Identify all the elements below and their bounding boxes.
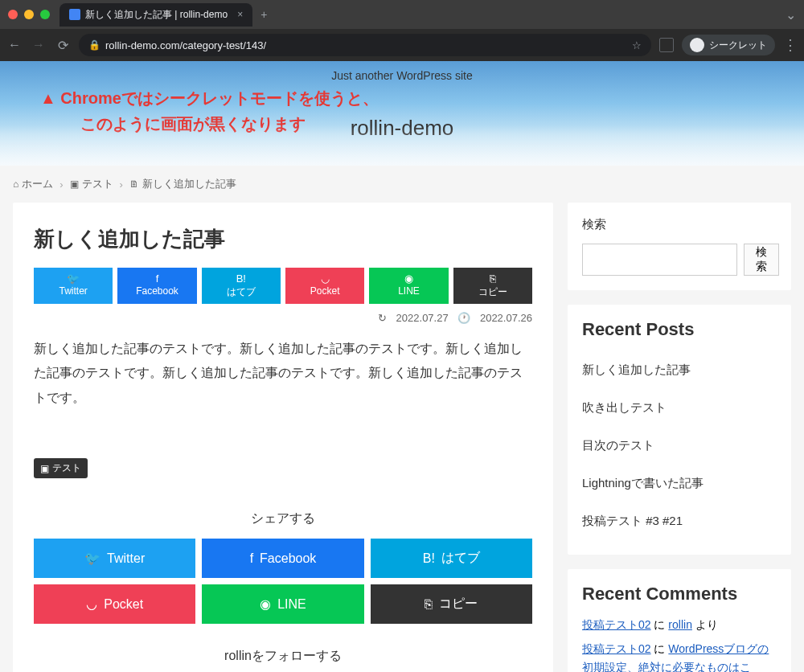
hatebu-icon: B! (236, 272, 246, 285)
breadcrumb-category[interactable]: ▣テスト (70, 177, 113, 191)
search-widget: 検索 検索 (568, 203, 791, 290)
article-body: 新しく追加した記事のテストです。新しく追加した記事のテストです。新しく追加した記… (34, 337, 532, 410)
recent-post-link[interactable]: 投稿テスト #3 #21 (582, 502, 777, 540)
browser-tab[interactable]: 新しく追加した記事 | rollin-demo × (59, 3, 252, 27)
window-maximize-button[interactable] (40, 10, 50, 19)
twitter-icon: 🐦 (84, 551, 100, 566)
window-minimize-button[interactable] (24, 10, 34, 19)
sidebar: 検索 検索 Recent Posts 新しく追加した記事 吹き出しテスト 目次の… (568, 203, 791, 672)
incognito-badge[interactable]: シークレット (682, 35, 775, 55)
breadcrumb-separator: › (120, 178, 123, 191)
recent-post-link[interactable]: 吹き出しテスト (582, 389, 777, 427)
breadcrumb: ⌂ホーム › ▣テスト › 🗎新しく追加した記事 (0, 166, 804, 203)
content-container: 新しく追加した記事 🐦Twitter fFacebook B!はてブ ◡Pock… (0, 203, 804, 672)
bookmark-star-icon[interactable]: ☆ (632, 39, 642, 51)
window-controls (8, 10, 50, 19)
annotation-line-1: ▲ Chromeではシークレットモードを使うと、 (40, 85, 379, 111)
tab-close-icon[interactable]: × (237, 9, 243, 20)
new-tab-button[interactable]: + (260, 8, 267, 21)
line-icon: ◉ (404, 272, 413, 285)
share-facebook-button[interactable]: fFacebook (117, 268, 196, 304)
recent-comments-widget: Recent Comments 投稿テスト02 に rollin より 投稿テス… (568, 569, 791, 672)
recent-posts-title: Recent Posts (582, 319, 777, 340)
date-updated: ↻ 2022.07.27 (378, 312, 449, 324)
comment-item: 投稿テスト02 に WordPressブログの初期設定、絶対に必要なものはこ (582, 640, 777, 672)
share-line-button[interactable]: ◉LINE (369, 268, 448, 304)
share-pocket-button-large[interactable]: ◡Pocket (34, 584, 195, 624)
home-icon: ⌂ (13, 178, 18, 190)
facebook-icon: f (156, 272, 159, 285)
tab-title: 新しく追加した記事 | rollin-demo (85, 8, 228, 22)
follow-section-label: rollinをフォローする (34, 648, 532, 665)
share-buttons-bottom: 🐦Twitter fFacebook B!はてブ ◡Pocket ◉LINE ⎘… (34, 539, 532, 624)
recent-comments-title: Recent Comments (582, 584, 777, 604)
breadcrumb-separator: › (59, 178, 63, 191)
search-button[interactable]: 検索 (744, 244, 779, 276)
comment-post-link[interactable]: 投稿テスト02 (582, 642, 651, 655)
pocket-icon: ◡ (86, 596, 97, 612)
article-title: 新しく追加した記事 (34, 225, 532, 253)
facebook-icon: f (250, 551, 253, 566)
incognito-label: シークレット (709, 39, 767, 52)
extension-icon[interactable] (659, 38, 674, 52)
line-icon: ◉ (260, 596, 271, 612)
window-titlebar: 新しく追加した記事 | rollin-demo × + ⌄ (0, 0, 804, 29)
share-section-label: シェアする (34, 510, 532, 527)
annotation-overlay: ▲ Chromeではシークレットモードを使うと、 このように画面が黒くなります (40, 85, 379, 137)
recent-posts-list: 新しく追加した記事 吹き出しテスト 目次のテスト Lightningで書いた記事… (582, 351, 777, 540)
article-dates: ↻ 2022.07.27 🕐 2022.07.26 (34, 312, 532, 324)
comment-item: 投稿テスト02 に rollin より (582, 616, 777, 633)
recent-post-link[interactable]: 目次のテスト (582, 427, 777, 465)
recent-post-link[interactable]: 新しく追加した記事 (582, 351, 777, 389)
window-close-button[interactable] (8, 10, 18, 19)
favicon-icon (69, 9, 80, 20)
comment-post-link[interactable]: 投稿テスト02 (582, 618, 651, 631)
breadcrumb-home[interactable]: ⌂ホーム (13, 177, 53, 191)
forward-button[interactable]: → (31, 38, 47, 52)
share-copy-button[interactable]: ⎘コピー (453, 268, 532, 304)
search-row: 検索 (582, 244, 777, 276)
copy-icon: ⎘ (425, 597, 433, 612)
copy-icon: ⎘ (490, 272, 496, 285)
share-line-button-large[interactable]: ◉LINE (202, 584, 363, 624)
url-field[interactable]: 🔒 rollin-demo.com/category-test/143/ ☆ (79, 34, 651, 56)
site-title[interactable]: rollin-demo (351, 116, 454, 141)
back-button[interactable]: ← (6, 38, 23, 52)
recent-post-link[interactable]: Lightningで書いた記事 (582, 465, 777, 502)
category-tag[interactable]: ▣テスト (34, 458, 88, 478)
breadcrumb-current: 🗎新しく追加した記事 (129, 177, 236, 191)
main-column: 新しく追加した記事 🐦Twitter fFacebook B!はてブ ◡Pock… (13, 203, 553, 672)
search-input[interactable] (582, 244, 737, 276)
share-hatebu-button-large[interactable]: B!はてブ (371, 539, 532, 578)
folder-icon: ▣ (40, 463, 49, 474)
document-icon: 🗎 (129, 178, 139, 190)
pocket-icon: ◡ (321, 272, 330, 285)
share-hatebu-button[interactable]: B!はてブ (202, 268, 281, 304)
folder-icon: ▣ (70, 178, 79, 190)
share-twitter-button[interactable]: 🐦Twitter (34, 268, 113, 304)
browser-chrome: 新しく追加した記事 | rollin-demo × + ⌄ ← → ⟳ 🔒 ro… (0, 0, 804, 61)
search-widget-title: 検索 (582, 217, 777, 232)
address-bar: ← → ⟳ 🔒 rollin-demo.com/category-test/14… (0, 29, 804, 61)
recent-posts-widget: Recent Posts 新しく追加した記事 吹き出しテスト 目次のテスト Li… (568, 305, 791, 555)
share-buttons-top: 🐦Twitter fFacebook B!はてブ ◡Pocket ◉LINE ⎘… (34, 268, 532, 304)
lock-icon: 🔒 (88, 39, 100, 51)
share-twitter-button-large[interactable]: 🐦Twitter (34, 539, 195, 578)
url-text: rollin-demo.com/category-test/143/ (105, 39, 266, 51)
site-tagline: Just another WordPress site (0, 61, 804, 82)
comment-author-link[interactable]: rollin (668, 618, 692, 631)
site-header: Just another WordPress site ▲ Chromeではシー… (0, 61, 804, 166)
twitter-icon: 🐦 (67, 272, 80, 285)
share-facebook-button-large[interactable]: fFacebook (202, 539, 363, 578)
reload-button[interactable]: ⟳ (55, 38, 71, 53)
hatebu-icon: B! (423, 551, 435, 566)
recent-comments-list: 投稿テスト02 に rollin より 投稿テスト02 に WordPressブ… (582, 616, 777, 672)
share-pocket-button[interactable]: ◡Pocket (285, 268, 364, 304)
browser-menu-button[interactable]: ⋮ (783, 36, 798, 54)
date-published: 🕐 2022.07.26 (457, 312, 532, 324)
tabs-chevron-down-icon[interactable]: ⌄ (786, 7, 796, 23)
share-copy-button-large[interactable]: ⎘コピー (371, 584, 532, 624)
incognito-icon (690, 38, 704, 52)
annotation-line-2: このように画面が黒くなります (40, 111, 379, 137)
